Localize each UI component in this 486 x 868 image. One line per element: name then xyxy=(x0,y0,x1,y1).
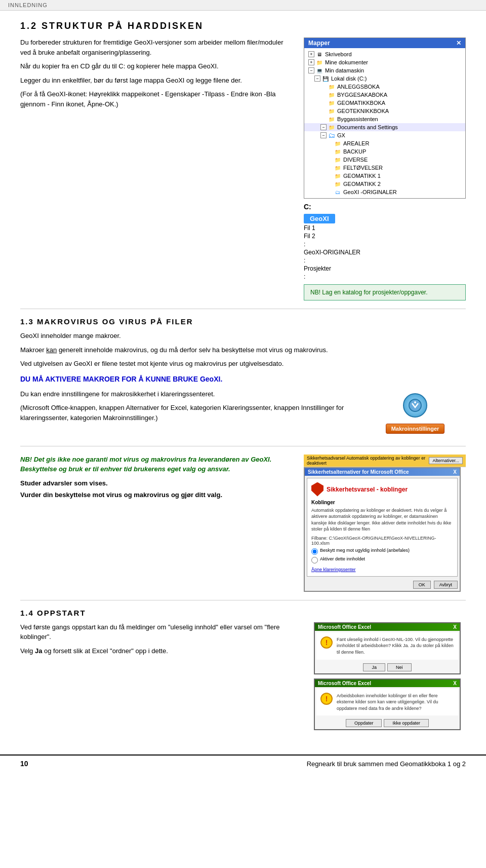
tree-item-arealer[interactable]: 📁 AREALER xyxy=(304,139,465,147)
section-12-left: Du forbereder strukturen for fremtidige … xyxy=(20,37,294,113)
folder-icon-geo1: 📁 xyxy=(334,172,342,179)
svg-point-0 xyxy=(409,399,421,411)
folder-icon-geotek: 📁 xyxy=(328,107,336,115)
excel-warn-icon2: ! xyxy=(320,693,333,705)
excel-close2[interactable]: X xyxy=(453,681,457,686)
folder-icon-geo2: 📁 xyxy=(334,180,342,187)
s13-studer1: Studer advarsler som vises. xyxy=(20,478,294,488)
dialog-filbane: Filbane: C:\GeoXI\GeoX-ORIGINALER\GeoX-N… xyxy=(311,536,453,546)
label-arealer: AREALER xyxy=(343,140,369,146)
macro-illustration: Makroinnstillinger xyxy=(364,389,466,438)
tree-item-skrivebord[interactable]: + 🖥 Skrivebord xyxy=(304,50,465,58)
tree-item-gx[interactable]: − 🗂 GX xyxy=(304,131,465,139)
excel-btn2-ikke[interactable]: Ikke oppdater xyxy=(384,719,429,727)
footer-copyright: Regneark til bruk sammen med Geomatikkbo… xyxy=(307,760,466,768)
s13-left: Du kan endre innstillingene for makrosik… xyxy=(20,389,354,427)
dialog-body-text: Automatisk oppdatering av koblinger er d… xyxy=(311,507,453,533)
tree-item-anleggsboka[interactable]: 📁 ANLEGGSBOKA xyxy=(304,83,465,91)
radio1-input[interactable] xyxy=(311,548,318,555)
s13-highlight: DU MÅ AKTIVERE MAKROER FOR Å KUNNE BRUKE… xyxy=(20,375,466,383)
dialog-inner-title: Sikkerhetsvarsel - koblinger xyxy=(311,482,453,497)
s13-macro2: (Microsoft Office-knappen, knappen Alter… xyxy=(20,403,354,423)
tree-item-geoxi-orig[interactable]: 🗂 GeoXI -ORIGINALER xyxy=(304,188,465,196)
expander-lokal-disk[interactable]: − xyxy=(314,76,320,82)
s14-layout: Ved første gangs oppstart kan du få meld… xyxy=(20,622,466,735)
dialog-inner: Sikkerhetsvarsel - koblinger Koblinger A… xyxy=(307,478,458,577)
tree-item-byggassistenten[interactable]: 📁 Byggassistenten xyxy=(304,115,465,123)
section-14: 1.4 OPPSTART Ved første gangs oppstart k… xyxy=(20,609,466,735)
excel-btn1-ja[interactable]: Ja xyxy=(363,663,385,671)
colon2-label: : xyxy=(304,257,305,264)
s13-nb-left: NB! Det gis ikke noe garanti mot virus o… xyxy=(20,455,294,502)
dialog-title-text: Sikkerhetsalternativer for Microsoft Off… xyxy=(308,469,409,475)
tree-item-documents-settings[interactable]: − 📁 Documents and Settings xyxy=(304,123,465,131)
dialog-avbryt-btn[interactable]: Avbryt xyxy=(434,581,458,589)
tree-item-backup[interactable]: 📁 BACKUP xyxy=(304,147,465,156)
excel-title2-text: Microsoft Office Excel xyxy=(318,681,371,686)
desktop-icon: 🖥 xyxy=(315,51,323,58)
tree-item-diverse[interactable]: 📁 DIVERSE xyxy=(304,156,465,164)
section-12-right: Mapper ✕ + 🖥 Skrivebord xyxy=(304,37,466,300)
tree-item-mine-dokumenter[interactable]: + 📁 Mine dokumenter xyxy=(304,58,465,66)
expander-mine-dok[interactable]: + xyxy=(308,59,314,65)
excel-btn1-nei[interactable]: Nei xyxy=(387,663,412,671)
tree-item-geomatikk2[interactable]: 📁 GEOMATIKK 2 xyxy=(304,180,465,188)
intro-text: Du forbereder strukturen for fremtidige … xyxy=(20,37,294,57)
tree-item-lokal-disk[interactable]: − 💾 Lokal disk (C:) xyxy=(304,74,465,83)
folder-panel-title: Mapper ✕ xyxy=(304,38,465,48)
s14-left: Ved første gangs oppstart kan du få meld… xyxy=(20,622,304,660)
macro-btn[interactable]: Makroinnstillinger xyxy=(386,424,445,434)
folder-panel-close[interactable]: ✕ xyxy=(456,40,461,47)
prosjekter-row: Prosjekter xyxy=(304,265,466,272)
expander-docs[interactable]: − xyxy=(320,124,327,130)
folder-icon-docs: 📁 xyxy=(328,124,336,131)
tree-item-feltovelser[interactable]: 📁 FELTØVELSER xyxy=(304,164,465,172)
originaler-row: GeoXI-ORIGINALER xyxy=(304,249,466,256)
radio2-input[interactable] xyxy=(311,557,318,563)
computer-icon: 💻 xyxy=(315,67,323,74)
expander-gx[interactable]: − xyxy=(320,132,327,138)
excel-title-bar1: Microsoft Office Excel X xyxy=(315,623,460,631)
folder-icon-bygg: 📁 xyxy=(328,116,336,123)
radio1-label: Beskytt meg mot ugyldig innhold (anbefal… xyxy=(320,548,410,553)
excel-title-bar2: Microsoft Office Excel X xyxy=(315,680,460,687)
excel-msg2: Arbeidsboken inneholder koblinger til en… xyxy=(337,693,454,712)
label-mine-dok: Mine dokumenter xyxy=(325,59,368,65)
excel-btns2: Oppdater Ikke oppdater xyxy=(315,717,460,729)
colon2-row: : xyxy=(304,257,466,264)
label-backup: BACKUP xyxy=(343,148,366,155)
dialog-radio2: Aktiver dette innholdet xyxy=(311,556,453,563)
for-text: (For å få GeoXI-ikonet: Høyreklikk mappe… xyxy=(20,89,294,109)
dialog-apne-btn[interactable]: Åpne klareringssenter xyxy=(311,567,356,572)
alert-bar-btn[interactable]: Alternativer... xyxy=(429,457,463,464)
folder-icon-felt: 📁 xyxy=(334,164,342,171)
tree-item-byggesakaboka[interactable]: 📁 BYGGESAKABOKA xyxy=(304,91,465,99)
tree-item-geomatikkboka[interactable]: 📁 GEOMATIKKBOKA xyxy=(304,99,465,107)
section-13-heading: 1.3 MAKROVIRUS OG VIRUS PÅ FILER xyxy=(20,317,466,326)
label-diverse: DIVERSE xyxy=(343,157,368,163)
tree-item-min-datamaskin[interactable]: − 💻 Min datamaskin xyxy=(304,66,465,74)
footer-page-num: 10 xyxy=(20,760,28,768)
s14-text2: Velg Ja og forsett slik at Excel "ordner… xyxy=(20,646,304,656)
excel-title1-text: Microsoft Office Excel xyxy=(318,624,371,630)
excel-btn2-oppdater[interactable]: Oppdater xyxy=(346,719,382,727)
svg-point-1 xyxy=(414,401,416,403)
dialog-close-btn[interactable]: X xyxy=(453,469,457,475)
radio2-label: Aktiver dette innholdet xyxy=(320,556,365,561)
s13-intro3: Ved utgivelsen av GeoXI er filene testet… xyxy=(20,359,466,369)
nb-text-12: NB! Lag en katalog for prosjekter/oppgav… xyxy=(310,289,427,296)
fil2-label: Fil 2 xyxy=(304,233,315,240)
folder-icon-diverse: 📁 xyxy=(334,156,342,163)
excel-body1: ! Fant uleselig innhold i GeoXI-NIL-100.… xyxy=(316,632,458,660)
expander-datamaskin[interactable]: − xyxy=(308,67,314,73)
expander-skrivebord[interactable]: + xyxy=(308,51,314,57)
divider-s13-nb xyxy=(20,446,466,446)
label-geomatikk1: GEOMATIKK 1 xyxy=(343,173,381,179)
tree-item-geoteknikkboka[interactable]: 📁 GEOTEKNIKKBOKA xyxy=(304,107,465,115)
dialog-ok-btn[interactable]: OK xyxy=(413,581,431,589)
geoxi-label-row: GeoXI xyxy=(304,214,466,223)
label-byggesakaboka: BYGGESAKABOKA xyxy=(337,92,387,98)
excel-close1[interactable]: X xyxy=(453,624,457,630)
tree-item-geomatikk1[interactable]: 📁 GEOMATIKK 1 xyxy=(304,172,465,180)
dialog-radio1: Beskytt meg mot ugyldig innhold (anbefal… xyxy=(311,548,453,555)
